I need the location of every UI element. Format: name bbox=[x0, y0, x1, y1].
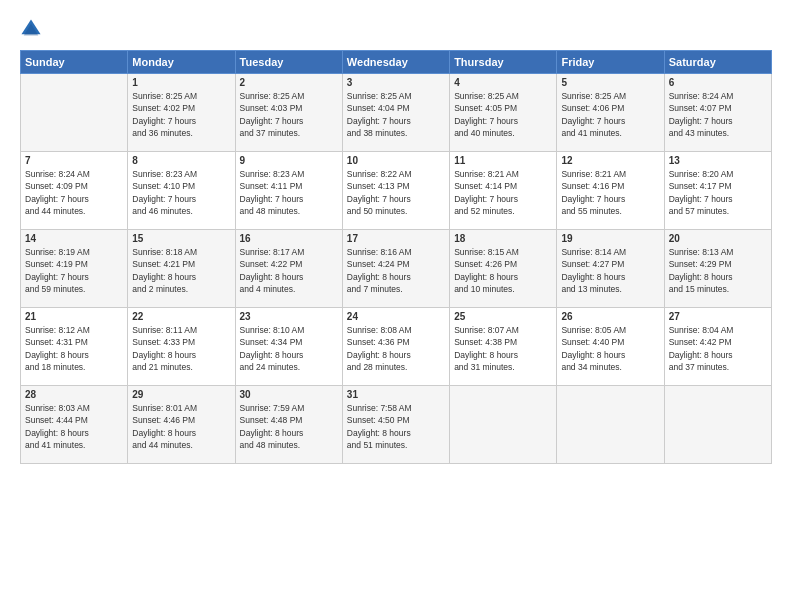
cell-line: Daylight: 7 hours bbox=[240, 193, 338, 205]
cell-content: Sunrise: 8:04 AMSunset: 4:42 PMDaylight:… bbox=[669, 324, 767, 373]
cell-line: Sunset: 4:40 PM bbox=[561, 336, 659, 348]
cell-line: Sunset: 4:36 PM bbox=[347, 336, 445, 348]
calendar-cell: 30Sunrise: 7:59 AMSunset: 4:48 PMDayligh… bbox=[235, 386, 342, 464]
cell-line: and 59 minutes. bbox=[25, 283, 123, 295]
cell-line: Sunset: 4:24 PM bbox=[347, 258, 445, 270]
day-number: 20 bbox=[669, 233, 767, 244]
cell-line: and 7 minutes. bbox=[347, 283, 445, 295]
cell-line: Sunrise: 8:25 AM bbox=[454, 90, 552, 102]
cell-line: Sunset: 4:29 PM bbox=[669, 258, 767, 270]
cell-line: and 24 minutes. bbox=[240, 361, 338, 373]
cell-line: Sunset: 4:31 PM bbox=[25, 336, 123, 348]
cell-content: Sunrise: 8:25 AMSunset: 4:05 PMDaylight:… bbox=[454, 90, 552, 139]
cell-line: and 2 minutes. bbox=[132, 283, 230, 295]
day-number: 2 bbox=[240, 77, 338, 88]
cell-line: Sunrise: 8:25 AM bbox=[561, 90, 659, 102]
cell-content: Sunrise: 8:19 AMSunset: 4:19 PMDaylight:… bbox=[25, 246, 123, 295]
cell-line: and 18 minutes. bbox=[25, 361, 123, 373]
calendar-cell: 7Sunrise: 8:24 AMSunset: 4:09 PMDaylight… bbox=[21, 152, 128, 230]
cell-content: Sunrise: 8:12 AMSunset: 4:31 PMDaylight:… bbox=[25, 324, 123, 373]
cell-line: and 37 minutes. bbox=[240, 127, 338, 139]
day-number: 18 bbox=[454, 233, 552, 244]
calendar-cell: 17Sunrise: 8:16 AMSunset: 4:24 PMDayligh… bbox=[342, 230, 449, 308]
cell-line: Sunrise: 8:08 AM bbox=[347, 324, 445, 336]
cell-line: Sunset: 4:11 PM bbox=[240, 180, 338, 192]
cell-line: Sunrise: 8:01 AM bbox=[132, 402, 230, 414]
cell-line: Sunset: 4:22 PM bbox=[240, 258, 338, 270]
cell-content: Sunrise: 8:17 AMSunset: 4:22 PMDaylight:… bbox=[240, 246, 338, 295]
day-number: 26 bbox=[561, 311, 659, 322]
weekday-header-tuesday: Tuesday bbox=[235, 51, 342, 74]
calendar-cell: 29Sunrise: 8:01 AMSunset: 4:46 PMDayligh… bbox=[128, 386, 235, 464]
day-number: 19 bbox=[561, 233, 659, 244]
cell-content: Sunrise: 8:10 AMSunset: 4:34 PMDaylight:… bbox=[240, 324, 338, 373]
cell-line: Sunrise: 8:12 AM bbox=[25, 324, 123, 336]
day-number: 1 bbox=[132, 77, 230, 88]
cell-content: Sunrise: 8:14 AMSunset: 4:27 PMDaylight:… bbox=[561, 246, 659, 295]
calendar-cell: 20Sunrise: 8:13 AMSunset: 4:29 PMDayligh… bbox=[664, 230, 771, 308]
cell-line: Sunset: 4:14 PM bbox=[454, 180, 552, 192]
cell-line: Daylight: 8 hours bbox=[240, 271, 338, 283]
cell-line: Daylight: 8 hours bbox=[25, 349, 123, 361]
day-number: 12 bbox=[561, 155, 659, 166]
weekday-header-monday: Monday bbox=[128, 51, 235, 74]
calendar-row-1: 7Sunrise: 8:24 AMSunset: 4:09 PMDaylight… bbox=[21, 152, 772, 230]
cell-line: Sunrise: 8:03 AM bbox=[25, 402, 123, 414]
cell-line: Sunrise: 7:59 AM bbox=[240, 402, 338, 414]
cell-line: Daylight: 7 hours bbox=[561, 193, 659, 205]
cell-line: Sunset: 4:07 PM bbox=[669, 102, 767, 114]
cell-line: Sunrise: 8:17 AM bbox=[240, 246, 338, 258]
cell-line: Sunset: 4:46 PM bbox=[132, 414, 230, 426]
cell-line: Daylight: 7 hours bbox=[669, 115, 767, 127]
cell-line: Sunset: 4:05 PM bbox=[454, 102, 552, 114]
cell-line: Sunset: 4:06 PM bbox=[561, 102, 659, 114]
cell-line: and 55 minutes. bbox=[561, 205, 659, 217]
calendar-cell: 26Sunrise: 8:05 AMSunset: 4:40 PMDayligh… bbox=[557, 308, 664, 386]
calendar-cell bbox=[450, 386, 557, 464]
cell-line: and 46 minutes. bbox=[132, 205, 230, 217]
cell-line: and 21 minutes. bbox=[132, 361, 230, 373]
header bbox=[20, 18, 772, 40]
calendar-cell: 3Sunrise: 8:25 AMSunset: 4:04 PMDaylight… bbox=[342, 74, 449, 152]
cell-line: Sunrise: 8:18 AM bbox=[132, 246, 230, 258]
cell-content: Sunrise: 8:24 AMSunset: 4:07 PMDaylight:… bbox=[669, 90, 767, 139]
cell-content: Sunrise: 8:18 AMSunset: 4:21 PMDaylight:… bbox=[132, 246, 230, 295]
cell-line: Sunset: 4:09 PM bbox=[25, 180, 123, 192]
cell-line: Daylight: 7 hours bbox=[347, 193, 445, 205]
day-number: 6 bbox=[669, 77, 767, 88]
cell-line: Sunrise: 8:15 AM bbox=[454, 246, 552, 258]
cell-line: Sunset: 4:34 PM bbox=[240, 336, 338, 348]
cell-line: Daylight: 7 hours bbox=[25, 193, 123, 205]
calendar-row-0: 1Sunrise: 8:25 AMSunset: 4:02 PMDaylight… bbox=[21, 74, 772, 152]
cell-line: and 57 minutes. bbox=[669, 205, 767, 217]
cell-content: Sunrise: 8:21 AMSunset: 4:16 PMDaylight:… bbox=[561, 168, 659, 217]
cell-line: Daylight: 7 hours bbox=[240, 115, 338, 127]
day-number: 16 bbox=[240, 233, 338, 244]
day-number: 31 bbox=[347, 389, 445, 400]
cell-line: Sunrise: 8:21 AM bbox=[454, 168, 552, 180]
cell-line: Sunrise: 8:22 AM bbox=[347, 168, 445, 180]
cell-content: Sunrise: 8:07 AMSunset: 4:38 PMDaylight:… bbox=[454, 324, 552, 373]
calendar-cell: 5Sunrise: 8:25 AMSunset: 4:06 PMDaylight… bbox=[557, 74, 664, 152]
cell-line: Sunset: 4:48 PM bbox=[240, 414, 338, 426]
calendar-cell: 2Sunrise: 8:25 AMSunset: 4:03 PMDaylight… bbox=[235, 74, 342, 152]
logo bbox=[20, 18, 46, 40]
cell-content: Sunrise: 8:22 AMSunset: 4:13 PMDaylight:… bbox=[347, 168, 445, 217]
day-number: 15 bbox=[132, 233, 230, 244]
cell-line: Sunset: 4:27 PM bbox=[561, 258, 659, 270]
cell-content: Sunrise: 8:05 AMSunset: 4:40 PMDaylight:… bbox=[561, 324, 659, 373]
calendar-cell: 23Sunrise: 8:10 AMSunset: 4:34 PMDayligh… bbox=[235, 308, 342, 386]
cell-line: Sunrise: 8:07 AM bbox=[454, 324, 552, 336]
calendar-cell bbox=[21, 74, 128, 152]
day-number: 9 bbox=[240, 155, 338, 166]
cell-line: Daylight: 7 hours bbox=[561, 115, 659, 127]
cell-content: Sunrise: 8:25 AMSunset: 4:03 PMDaylight:… bbox=[240, 90, 338, 139]
cell-line: Daylight: 8 hours bbox=[25, 427, 123, 439]
cell-content: Sunrise: 8:25 AMSunset: 4:02 PMDaylight:… bbox=[132, 90, 230, 139]
cell-line: Sunset: 4:21 PM bbox=[132, 258, 230, 270]
cell-line: Sunset: 4:19 PM bbox=[25, 258, 123, 270]
cell-content: Sunrise: 8:23 AMSunset: 4:11 PMDaylight:… bbox=[240, 168, 338, 217]
cell-line: Daylight: 8 hours bbox=[561, 271, 659, 283]
cell-line: and 41 minutes. bbox=[25, 439, 123, 451]
calendar-cell: 21Sunrise: 8:12 AMSunset: 4:31 PMDayligh… bbox=[21, 308, 128, 386]
